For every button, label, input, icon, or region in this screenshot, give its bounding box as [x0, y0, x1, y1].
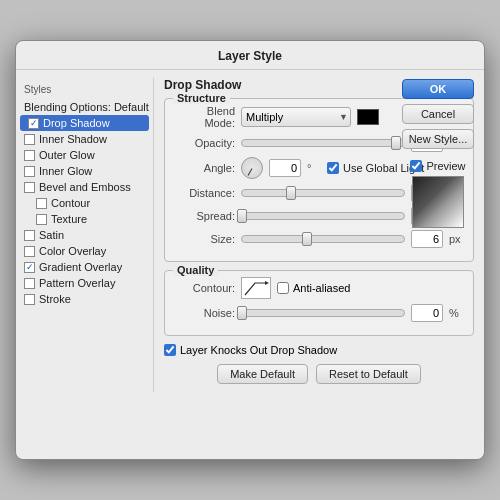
sidebar-item-contour[interactable]: Contour [16, 195, 153, 211]
sidebar-item-gradient-overlay-label: Gradient Overlay [39, 261, 122, 273]
preview-checkbox[interactable] [410, 160, 422, 172]
sidebar-item-blending[interactable]: Blending Options: Default [16, 99, 153, 115]
gradient-overlay-checkbox[interactable]: ✓ [24, 262, 35, 273]
layer-knocks-row: Layer Knocks Out Drop Shadow [164, 344, 474, 356]
size-slider[interactable] [241, 235, 405, 243]
sidebar-item-color-overlay[interactable]: Color Overlay [16, 243, 153, 259]
sidebar-item-inner-glow-label: Inner Glow [39, 165, 92, 177]
dialog-title: Layer Style [16, 41, 484, 70]
svg-marker-0 [265, 281, 269, 285]
opacity-label: Opacity: [175, 137, 235, 149]
sidebar-item-gradient-overlay[interactable]: ✓ Gradient Overlay [16, 259, 153, 275]
sidebar-item-contour-label: Contour [51, 197, 90, 209]
noise-row: Noise: % [175, 304, 463, 322]
sidebar-item-bevel-label: Bevel and Emboss [39, 181, 131, 193]
size-row: Size: px [175, 230, 463, 248]
spread-label: Spread: [175, 210, 235, 222]
noise-input[interactable] [411, 304, 443, 322]
sidebar-item-outer-glow[interactable]: Outer Glow [16, 147, 153, 163]
distance-label: Distance: [175, 187, 235, 199]
make-default-button[interactable]: Make Default [217, 364, 308, 384]
contour-checkbox[interactable] [36, 198, 47, 209]
blend-mode-select[interactable]: Multiply [241, 107, 351, 127]
anti-aliased-checkbox[interactable] [277, 282, 289, 294]
quality-label: Quality [173, 264, 218, 276]
preview-area: Preview [402, 160, 474, 228]
cancel-button[interactable]: Cancel [402, 104, 474, 124]
contour-row: Contour: Anti-aliased [175, 277, 463, 299]
reset-to-default-button[interactable]: Reset to Default [316, 364, 421, 384]
sidebar-item-color-overlay-label: Color Overlay [39, 245, 106, 257]
action-buttons: Make Default Reset to Default [164, 364, 474, 384]
distance-slider[interactable] [241, 189, 405, 197]
angle-dial[interactable] [241, 157, 263, 179]
sidebar-item-texture[interactable]: Texture [16, 211, 153, 227]
anti-aliased-label: Anti-aliased [277, 282, 350, 294]
contour-curve-icon [243, 279, 269, 297]
layer-style-dialog: Layer Style Styles Blending Options: Def… [15, 40, 485, 460]
preview-label: Preview [410, 160, 465, 172]
button-panel: OK Cancel New Style... Preview [402, 79, 474, 228]
pattern-overlay-checkbox[interactable] [24, 278, 35, 289]
sidebar-title: Styles [16, 82, 153, 99]
sidebar-item-drop-shadow[interactable]: ✓ Drop Shadow [20, 115, 149, 131]
sidebar-item-inner-shadow-label: Inner Shadow [39, 133, 107, 145]
angle-line [248, 168, 253, 175]
size-input[interactable] [411, 230, 443, 248]
noise-unit: % [449, 307, 463, 319]
noise-label: Noise: [175, 307, 235, 319]
opacity-slider[interactable] [241, 139, 405, 147]
preview-swatch [412, 176, 464, 228]
sidebar-item-inner-shadow[interactable]: Inner Shadow [16, 131, 153, 147]
sidebar-item-stroke[interactable]: Stroke [16, 291, 153, 307]
sidebar-item-blending-label: Blending Options: Default [24, 101, 149, 113]
noise-slider-thumb[interactable] [237, 306, 247, 320]
blend-mode-color-swatch[interactable] [357, 109, 379, 125]
sidebar-item-pattern-overlay-label: Pattern Overlay [39, 277, 115, 289]
inner-glow-checkbox[interactable] [24, 166, 35, 177]
inner-shadow-checkbox[interactable] [24, 134, 35, 145]
quality-section: Quality Contour: Anti-aliased [164, 270, 474, 336]
outer-glow-checkbox[interactable] [24, 150, 35, 161]
sidebar-item-outer-glow-label: Outer Glow [39, 149, 95, 161]
size-label: Size: [175, 233, 235, 245]
sidebar-item-pattern-overlay[interactable]: Pattern Overlay [16, 275, 153, 291]
sidebar-item-satin[interactable]: Satin [16, 227, 153, 243]
noise-slider[interactable] [241, 309, 405, 317]
spread-slider[interactable] [241, 212, 405, 220]
drop-shadow-checkbox[interactable]: ✓ [28, 118, 39, 129]
contour-label: Contour: [175, 282, 235, 294]
layer-knocks-label: Layer Knocks Out Drop Shadow [180, 344, 337, 356]
color-overlay-checkbox[interactable] [24, 246, 35, 257]
ok-button[interactable]: OK [402, 79, 474, 99]
sidebar-item-drop-shadow-label: Drop Shadow [43, 117, 110, 129]
blend-mode-label: Blend Mode: [175, 105, 235, 129]
stroke-checkbox[interactable] [24, 294, 35, 305]
satin-checkbox[interactable] [24, 230, 35, 241]
texture-checkbox[interactable] [36, 214, 47, 225]
size-slider-thumb[interactable] [302, 232, 312, 246]
new-style-button[interactable]: New Style... [402, 129, 474, 149]
blend-mode-select-wrapper: Multiply ▼ [241, 107, 351, 127]
sidebar-item-stroke-label: Stroke [39, 293, 71, 305]
sidebar-item-inner-glow[interactable]: Inner Glow [16, 163, 153, 179]
contour-thumbnail[interactable] [241, 277, 271, 299]
sidebar: Styles Blending Options: Default ✓ Drop … [16, 78, 154, 392]
layer-knocks-checkbox[interactable] [164, 344, 176, 356]
sidebar-item-satin-label: Satin [39, 229, 64, 241]
angle-degree: ° [307, 162, 321, 174]
angle-input[interactable] [269, 159, 301, 177]
size-unit: px [449, 233, 463, 245]
use-global-light-checkbox[interactable] [327, 162, 339, 174]
opacity-slider-thumb[interactable] [391, 136, 401, 150]
structure-label: Structure [173, 92, 230, 104]
distance-slider-thumb[interactable] [286, 186, 296, 200]
bevel-checkbox[interactable] [24, 182, 35, 193]
spread-slider-thumb[interactable] [237, 209, 247, 223]
sidebar-item-texture-label: Texture [51, 213, 87, 225]
angle-label: Angle: [175, 162, 235, 174]
sidebar-item-bevel[interactable]: Bevel and Emboss [16, 179, 153, 195]
